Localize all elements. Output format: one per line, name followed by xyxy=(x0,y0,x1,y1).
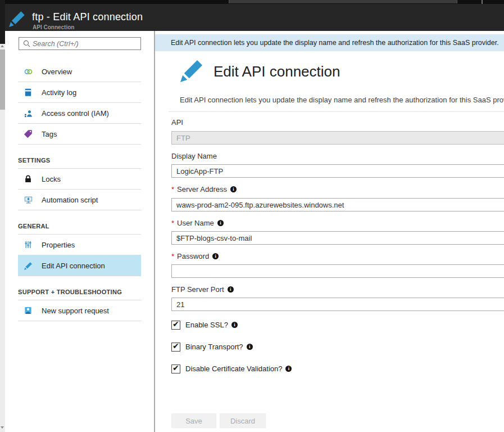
sidebar-section-settings: SETTINGS xyxy=(18,145,141,169)
label-text: User Name xyxy=(177,219,214,227)
password-field[interactable] xyxy=(171,264,504,278)
label-text: FTP Server Port xyxy=(171,285,224,294)
sidebar-item-label: Automation script xyxy=(42,196,98,204)
blade-subtitle: API Connection xyxy=(33,24,74,30)
pencil-icon xyxy=(22,260,34,271)
sidebar-item-label: Edit API connection xyxy=(42,262,105,270)
support-person-icon xyxy=(22,305,34,316)
info-banner-text: Edit API connection lets you update the … xyxy=(171,39,499,47)
info-icon[interactable] xyxy=(247,344,253,350)
info-icon[interactable] xyxy=(212,253,219,259)
top-nav-divider xyxy=(482,0,483,4)
tag-icon xyxy=(22,128,34,140)
sidebar-item-label: Tags xyxy=(42,130,57,138)
label-text: API xyxy=(171,118,183,127)
field-label-password: Password xyxy=(171,251,219,260)
left-scrollbar[interactable] xyxy=(0,0,5,432)
lock-icon xyxy=(22,173,34,184)
blade-title: ftp - Edit API connection xyxy=(32,11,143,23)
required-asterisk xyxy=(171,185,174,194)
scrollbar-thumb[interactable] xyxy=(0,50,5,110)
activity-log-icon xyxy=(22,87,34,98)
field-label-server-address: Server Address xyxy=(171,184,237,194)
label-text: Disable Certificate Validation? xyxy=(185,364,282,373)
checkbox-label: Binary Transport? xyxy=(185,343,253,351)
properties-sliders-icon xyxy=(22,239,34,250)
sidebar-item-label: Access control (IAM) xyxy=(42,109,109,118)
user-name-field[interactable] xyxy=(171,231,504,245)
overview-links-icon xyxy=(22,66,34,77)
sidebar-search-box[interactable] xyxy=(19,37,141,50)
sidebar-item-label: Activity log xyxy=(42,88,76,97)
edit-api-connection-blade: Edit API connection lets you update the … xyxy=(155,31,504,432)
divider xyxy=(169,111,504,112)
blade-header: ftp - Edit API connection API Connection xyxy=(0,4,504,31)
server-address-field[interactable] xyxy=(171,198,504,212)
pencil-icon xyxy=(8,9,27,30)
info-banner: Edit API connection lets you update the … xyxy=(155,34,504,51)
left-strip-dark xyxy=(0,0,5,44)
sidebar-item-new-support-request[interactable]: New support request xyxy=(18,300,141,321)
search-input[interactable] xyxy=(31,39,137,48)
info-icon[interactable] xyxy=(217,220,224,226)
sidebar-item-label: Locks xyxy=(42,175,61,183)
checkbox-label: Enable SSL? xyxy=(185,321,238,329)
pencil-icon xyxy=(179,57,206,86)
disable-certificate-validation-row: Disable Certificate Validation? xyxy=(171,364,292,374)
binary-transport-checkbox[interactable] xyxy=(171,343,180,352)
sidebar-section-general: GENERAL xyxy=(18,210,141,235)
info-icon[interactable] xyxy=(231,322,238,328)
disable-certificate-validation-checkbox[interactable] xyxy=(171,364,180,374)
sidebar-item-automation-script[interactable]: Automation script xyxy=(18,190,141,210)
field-label-user-name: User Name xyxy=(171,218,224,227)
search-icon xyxy=(22,39,31,48)
access-control-icon xyxy=(22,107,34,119)
sidebar-item-label: New support request xyxy=(42,307,109,315)
page-title: Edit API connection xyxy=(214,63,340,80)
sidebar-item-activity-log[interactable]: Activity log xyxy=(18,82,141,103)
sidebar-item-locks[interactable]: Locks xyxy=(18,169,141,190)
sidebar-item-edit-api-connection[interactable]: Edit API connection xyxy=(18,255,141,276)
enable-ssl-row: Enable SSL? xyxy=(171,320,238,330)
label-text: Password xyxy=(177,252,209,260)
sidebar-section-support: SUPPORT + TROUBLESHOOTING xyxy=(18,276,141,300)
required-asterisk xyxy=(171,219,174,227)
scroll-up-arrow-icon[interactable] xyxy=(1,45,4,47)
page-description: Edit API connection lets you update the … xyxy=(180,96,504,104)
label-text: Server Address xyxy=(177,185,227,194)
api-field xyxy=(171,131,504,145)
field-label-api: API xyxy=(171,118,183,127)
label-text: Binary Transport? xyxy=(185,343,243,351)
sidebar-item-tags[interactable]: Tags xyxy=(18,124,141,145)
top-nav-strip xyxy=(0,0,504,4)
binary-transport-row: Binary Transport? xyxy=(171,342,253,352)
field-label-ftp-server-port: FTP Server Port xyxy=(171,285,234,294)
sidebar-item-label: Overview xyxy=(42,68,72,76)
discard-button[interactable]: Discard xyxy=(220,413,266,428)
sidebar-item-overview[interactable]: Overview xyxy=(18,61,141,82)
label-text: Enable SSL? xyxy=(185,321,228,329)
sidebar-item-properties[interactable]: Properties xyxy=(18,235,141,255)
sidebar-item-access-control[interactable]: Access control (IAM) xyxy=(18,103,141,124)
info-icon[interactable] xyxy=(230,186,237,192)
ftp-server-port-field[interactable] xyxy=(171,298,504,311)
required-asterisk xyxy=(171,252,174,260)
blade-menu-sidebar: Overview Activity log Access control ( xyxy=(5,31,155,432)
automation-script-icon xyxy=(22,194,34,205)
display-name-field[interactable] xyxy=(171,164,504,178)
field-label-display-name: Display Name xyxy=(171,151,217,160)
label-text: Display Name xyxy=(171,152,217,160)
global-search-box[interactable] xyxy=(229,0,457,3)
checkbox-label: Disable Certificate Validation? xyxy=(185,364,292,373)
enable-ssl-checkbox[interactable] xyxy=(171,321,180,330)
save-button[interactable]: Save xyxy=(171,413,216,428)
info-icon[interactable] xyxy=(228,286,234,292)
sidebar-nav: Overview Activity log Access control ( xyxy=(5,61,154,321)
sidebar-item-label: Properties xyxy=(42,241,75,249)
info-icon[interactable] xyxy=(285,366,292,372)
scroll-down-arrow-icon[interactable] xyxy=(1,426,4,429)
